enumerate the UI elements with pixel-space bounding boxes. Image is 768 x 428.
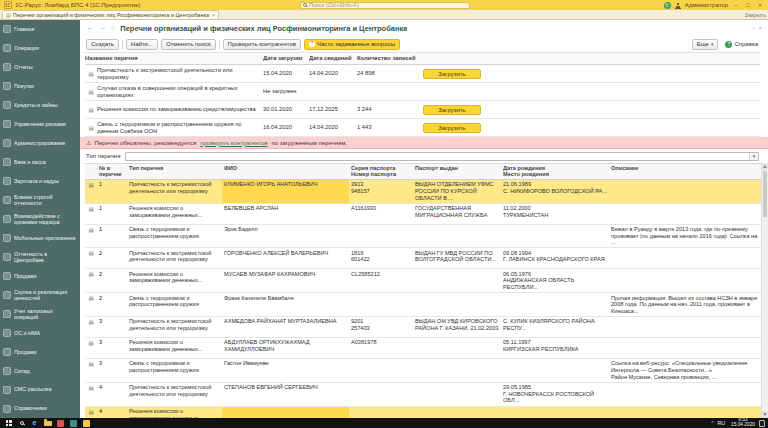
- table-row[interactable]: ▤ 1 Причастность к экстремистской деятел…: [85, 180, 761, 204]
- favorite-star-icon[interactable]: ☆: [110, 24, 116, 32]
- table-row[interactable]: ▤ 1 Связь с терроризмом и распространени…: [85, 225, 761, 249]
- cell-passport[interactable]: А1161930: [349, 204, 413, 224]
- table-row[interactable]: ▤ 2 Решения комиссии о замораживании ден…: [85, 269, 761, 293]
- cell-birth[interactable]: С. КУЛИК КИЗЛЯРСКОГО РАЙОНА РЕСПУ...: [501, 317, 609, 337]
- vertical-scrollbar[interactable]: [761, 163, 768, 418]
- list-row[interactable]: ▤ Причастность к экстремистской деятельн…: [85, 65, 760, 83]
- taskbar-search-button[interactable]: [16, 418, 27, 428]
- cell-num[interactable]: 2: [97, 269, 127, 292]
- sidebar-item-mobile[interactable]: Мобильные приложения: [0, 228, 80, 247]
- close-icon[interactable]: ×: [756, 2, 764, 8]
- form-close-icon[interactable]: ×: [758, 25, 762, 31]
- cell-fio[interactable]: СТЕПАНОВ ЕВГЕНИЙ СЕРГЕЕВИЧ: [222, 383, 349, 406]
- back-icon[interactable]: ←: [86, 23, 94, 33]
- sidebar-item-sales-2[interactable]: Продажи: [0, 342, 80, 361]
- cell-passport[interactable]: [349, 293, 413, 316]
- update-status-icon[interactable]: ↻: [664, 2, 671, 9]
- column-header-desc[interactable]: Описание: [609, 164, 761, 179]
- cell-birth[interactable]: 11.02.2000ТУРКМЕНИСТАН: [501, 204, 609, 224]
- cell-list-name[interactable]: Причастность к экстремистской деятельнос…: [97, 66, 263, 82]
- cell-type[interactable]: Связь с терроризмом и распространением о…: [127, 225, 222, 248]
- cell-type[interactable]: Решения комиссии о замораживании денежны…: [127, 338, 222, 358]
- cell-issued[interactable]: [413, 225, 501, 248]
- language-indicator[interactable]: RU: [717, 420, 725, 426]
- table-row[interactable]: ▤ 1 Решения комиссии о замораживании ден…: [85, 204, 761, 225]
- cell-load-date[interactable]: Не загружен: [263, 87, 309, 96]
- cell-passport[interactable]: CL2585212: [349, 269, 413, 292]
- cell-info-date[interactable]: [309, 91, 357, 93]
- cell-num[interactable]: 2: [97, 248, 127, 268]
- help-button[interactable]: ?Справка: [721, 39, 762, 50]
- cell-num[interactable]: 4: [97, 407, 127, 419]
- cell-birth[interactable]: 29.05.1985Г. НОВОЧЕРКАССК РОСТОВСКОЙ ОБЛ…: [501, 383, 609, 406]
- cell-desc[interactable]: [609, 248, 761, 268]
- cell-info-date[interactable]: 17.12.2025: [309, 105, 357, 114]
- start-button[interactable]: [3, 418, 14, 428]
- sidebar-item-buyup[interactable]: Скупка и реализация ценностей: [0, 285, 80, 304]
- cell-type[interactable]: Связь с терроризмом и распространением о…: [127, 293, 222, 316]
- cell-passport[interactable]: 1819601422: [349, 248, 413, 268]
- cell-desc[interactable]: Бежал в Руанду в марте 2013 года, где по…: [609, 225, 761, 248]
- file-explorer-button[interactable]: [42, 418, 53, 428]
- cell-passport[interactable]: 9201257403: [349, 317, 413, 337]
- cell-passport[interactable]: [349, 383, 413, 406]
- load-button[interactable]: Загрузить: [423, 105, 481, 115]
- sidebar-item-operations[interactable]: Операции: [0, 39, 80, 58]
- table-row[interactable]: ▤ 3 Причастность к экстремистской деятел…: [85, 317, 761, 338]
- cell-count[interactable]: [357, 91, 423, 93]
- column-header-fio[interactable]: ФИО: [222, 164, 349, 179]
- cell-birth[interactable]: [501, 293, 609, 316]
- clock[interactable]: 9:33 15.04.2020: [731, 418, 755, 428]
- cell-type[interactable]: Причастность к экстремистской деятельнос…: [127, 383, 222, 406]
- column-header-name[interactable]: Название перечня: [85, 54, 263, 63]
- column-header-info-date[interactable]: Дата сведений: [309, 54, 357, 63]
- cell-num[interactable]: 1: [97, 180, 127, 203]
- cell-fio[interactable]: Франк Кахелеле Бвамбале: [222, 293, 349, 316]
- column-header-birth[interactable]: Дата рожденияМесто рождения: [501, 164, 609, 179]
- tab-close-icon[interactable]: ×: [212, 12, 215, 18]
- sidebar-item-directories[interactable]: Справочники: [0, 399, 80, 418]
- faq-button[interactable]: ?Часто задаваемые вопросы: [304, 39, 400, 50]
- scroll-up-icon[interactable]: [762, 163, 768, 170]
- cell-desc[interactable]: [609, 269, 761, 292]
- cell-desc[interactable]: [609, 204, 761, 224]
- cell-num[interactable]: 1: [97, 204, 127, 224]
- check-counterparties-link[interactable]: проверить контрагентов: [200, 140, 267, 146]
- cell-type[interactable]: Причастность к экстремистской деятельнос…: [127, 317, 222, 337]
- forward-icon[interactable]: →: [98, 23, 106, 33]
- cell-num[interactable]: 2: [97, 293, 127, 316]
- sidebar-item-credits[interactable]: Кредиты и займы: [0, 96, 80, 115]
- cell-info-date[interactable]: 14.04.2020: [309, 69, 357, 78]
- sidebar-item-risk[interactable]: Управление рисками: [0, 115, 80, 134]
- load-button[interactable]: Загрузить: [423, 123, 481, 133]
- cell-issued[interactable]: ВЫДАН ГУ МВД РОССИИ ПО ВОЛГОГРАДСКОЙ ОБЛ…: [413, 248, 501, 268]
- cancel-find-button[interactable]: Отменить поиск: [161, 39, 216, 50]
- cell-num[interactable]: 1: [97, 225, 127, 248]
- cell-passport[interactable]: [349, 359, 413, 382]
- cell-birth[interactable]: [501, 225, 609, 248]
- chevron-down-icon[interactable]: ▾: [749, 153, 758, 160]
- global-search-input[interactable]: Поиск (Ctrl+Shift+F): [300, 2, 470, 9]
- cell-birth[interactable]: 05.11.1997КИРГИЗСКАЯ РЕСПУБЛИКА: [501, 338, 609, 358]
- cell-passport[interactable]: [349, 407, 413, 419]
- cell-type[interactable]: Решения комиссии о замораживании денежны…: [127, 269, 222, 292]
- column-header-load-date[interactable]: Дата загрузки: [263, 54, 309, 63]
- cell-num[interactable]: 3: [97, 359, 127, 382]
- tab-perechni[interactable]: ▤ Перечни организаций и физических лиц Р…: [2, 10, 219, 19]
- cell-fio[interactable]: АБДУЛЛАЕВ ОРТИКХУЖАХМАД ХАМИДУЛЛОЕВИЧ: [222, 338, 349, 358]
- cell-desc[interactable]: [609, 180, 761, 203]
- edge-browser-button[interactable]: e: [29, 418, 40, 428]
- cell-fio[interactable]: БЕЛЕВЦЕВ АРСЛАН: [222, 204, 349, 224]
- cell-load-date[interactable]: 16.04.2020: [263, 123, 309, 132]
- column-header-type[interactable]: Тип перечня: [127, 164, 222, 179]
- table-row[interactable]: ▤ 4 Решения комиссии о замораживании ден…: [85, 407, 761, 419]
- cell-info-date[interactable]: 14.04.2020: [309, 123, 357, 132]
- cell-desc[interactable]: [609, 317, 761, 337]
- column-header-count[interactable]: Количество записей: [357, 54, 423, 63]
- cell-fio[interactable]: Гастон Ивамунве: [222, 359, 349, 382]
- cell-fio[interactable]: КЛИМЕНКО ИГОРЬ АНАТОЛЬЕВИЧ: [222, 180, 349, 203]
- cell-desc[interactable]: [609, 338, 761, 358]
- list-row[interactable]: ▤ Связь с терроризмом и распространением…: [85, 119, 760, 137]
- cell-type[interactable]: Причастность к экстремистской деятельнос…: [127, 248, 222, 268]
- restore-icon[interactable]: □: [744, 2, 752, 8]
